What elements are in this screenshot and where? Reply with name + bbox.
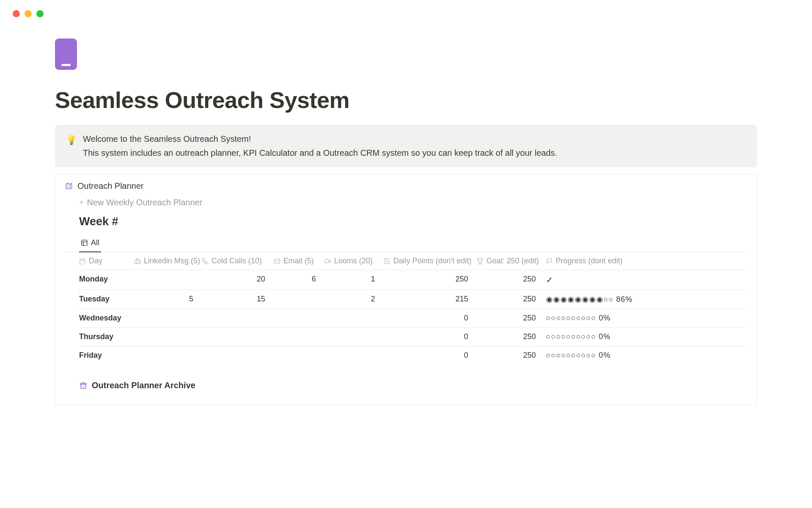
table-header: Day Linkedin Msg (5) Cold Calls (10) (79, 252, 748, 270)
trophy-icon (477, 258, 483, 265)
cell-goal[interactable]: 250 (477, 351, 544, 360)
cell-progress: ◉◉◉◉◉◉◉◉○○ 86% (544, 295, 748, 304)
cell-daily: 0 (384, 314, 477, 323)
page-title: Seamless Outreach System (55, 87, 757, 113)
col-day[interactable]: Day (79, 257, 134, 265)
cell-looms[interactable]: 2 (324, 295, 384, 304)
page-container: Seamless Outreach System 💡 Welcome to th… (0, 17, 812, 405)
col-goal[interactable]: Goal: 250 (edit) (477, 257, 544, 265)
cell-linkedin[interactable] (134, 275, 202, 285)
archive-label: Outreach Planner Archive (92, 381, 195, 390)
tab-all-label: All (91, 238, 99, 247)
window-minimize-button[interactable] (25, 10, 32, 17)
map-icon (65, 182, 73, 190)
cell-cold[interactable] (202, 314, 274, 323)
cell-progress: ○○○○○○○○○○ 0% (544, 351, 748, 360)
archive-link[interactable]: Outreach Planner Archive (64, 364, 748, 390)
cell-email[interactable] (274, 351, 324, 360)
cell-email[interactable] (274, 314, 324, 323)
cell-cold[interactable]: 15 (202, 295, 274, 304)
cell-daily: 0 (384, 332, 477, 341)
cell-looms[interactable]: 1 (324, 275, 384, 285)
calendar-icon (79, 258, 86, 265)
cell-looms[interactable] (324, 332, 384, 341)
table-row[interactable]: Tuesday 5 15 2 215 250 ◉◉◉◉◉◉◉◉○○ 86% (79, 290, 748, 309)
cell-email[interactable] (274, 332, 324, 341)
cell-looms[interactable] (324, 351, 384, 360)
col-progress[interactable]: Progress (dont edit) (544, 257, 748, 265)
cell-daily: 250 (384, 275, 477, 285)
new-planner-button[interactable]: + New Weekly Outreach Planner (64, 195, 748, 215)
plus-icon: + (79, 198, 84, 207)
svg-rect-9 (325, 260, 329, 263)
planner-header[interactable]: Outreach Planner (64, 181, 748, 191)
cell-progress: ○○○○○○○○○○ 0% (544, 314, 748, 323)
cell-day: Friday (79, 351, 134, 360)
briefcase-icon (134, 258, 141, 265)
envelope-icon (274, 258, 280, 265)
view-tabs: All (64, 236, 748, 252)
cell-email[interactable]: 6 (274, 275, 324, 285)
col-email[interactable]: Email (5) (274, 257, 324, 265)
window-maximize-button[interactable] (36, 10, 44, 17)
svg-rect-3 (80, 259, 85, 264)
window-close-button[interactable] (13, 10, 20, 17)
table-row[interactable]: Friday 0 250 ○○○○○○○○○○ 0% (79, 346, 748, 364)
callout-description-text: This system includes an outreach planner… (83, 148, 746, 158)
cell-goal[interactable]: 250 (477, 275, 544, 285)
flag-icon (546, 258, 553, 265)
cell-linkedin[interactable] (134, 314, 202, 323)
col-linkedin[interactable]: Linkedin Msg (5) (134, 257, 202, 265)
cell-cold[interactable] (202, 332, 274, 341)
table-row[interactable]: Wednesday 0 250 ○○○○○○○○○○ 0% (79, 309, 748, 327)
cell-progress: ✓ (544, 275, 748, 285)
cell-goal[interactable]: 250 (477, 295, 544, 304)
cell-cold[interactable]: 20 (202, 275, 274, 285)
tab-all[interactable]: All (79, 236, 101, 252)
col-looms[interactable]: Looms (20) (324, 257, 384, 265)
cell-cold[interactable] (202, 351, 274, 360)
callout-content: Welcome to the Seamless Outreach System!… (83, 134, 746, 158)
cell-day: Monday (79, 275, 134, 285)
cell-day: Thursday (79, 332, 134, 341)
col-daily-points[interactable]: Daily Points (don't edit) (384, 257, 477, 265)
page-icon[interactable] (55, 39, 77, 70)
svg-rect-0 (82, 240, 87, 246)
phone-icon (202, 258, 208, 265)
cell-day: Wednesday (79, 314, 134, 323)
cell-day: Tuesday (79, 295, 134, 304)
cell-progress: ○○○○○○○○○○ 0% (544, 332, 748, 341)
cell-linkedin[interactable]: 5 (134, 295, 202, 304)
col-cold-calls[interactable]: Cold Calls (10) (202, 257, 274, 265)
lightbulb-icon: 💡 (66, 134, 77, 158)
table-row[interactable]: Monday 20 6 1 250 250 ✓ (79, 270, 748, 290)
checkbox-icon (384, 258, 390, 265)
cell-goal[interactable]: 250 (477, 332, 544, 341)
outreach-planner-card: Outreach Planner + New Weekly Outreach P… (55, 174, 757, 405)
cell-goal[interactable]: 250 (477, 314, 544, 323)
new-planner-label: New Weekly Outreach Planner (87, 198, 203, 207)
svg-rect-7 (134, 260, 140, 263)
archive-box-icon (79, 381, 88, 390)
planner-title: Outreach Planner (77, 181, 144, 191)
callout-welcome-text: Welcome to the Seamless Outreach System! (83, 134, 746, 144)
cell-daily: 215 (384, 295, 477, 304)
cell-daily: 0 (384, 351, 477, 360)
cell-linkedin[interactable] (134, 351, 202, 360)
video-icon (324, 258, 331, 265)
week-heading[interactable]: Week # (64, 215, 748, 228)
planner-table: Day Linkedin Msg (5) Cold Calls (10) (64, 252, 748, 364)
cell-linkedin[interactable] (134, 332, 202, 341)
window-controls (0, 0, 812, 17)
table-row[interactable]: Thursday 0 250 ○○○○○○○○○○ 0% (79, 327, 748, 346)
table-icon (81, 239, 88, 246)
welcome-callout: 💡 Welcome to the Seamless Outreach Syste… (55, 125, 757, 167)
cell-looms[interactable] (324, 314, 384, 323)
cell-email[interactable] (274, 295, 324, 304)
